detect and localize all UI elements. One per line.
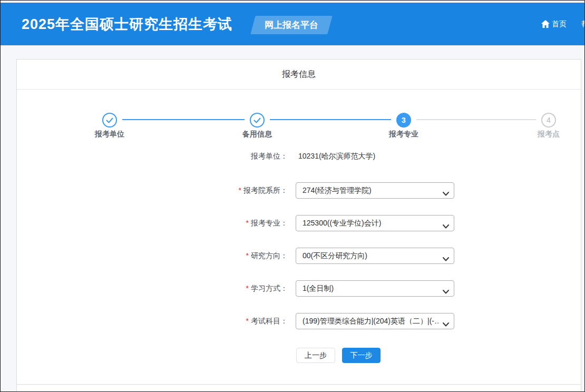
study-mode-label: *学习方式：: [17, 284, 288, 293]
exam-subjects-select[interactable]: (199)管理类综合能力|(204)英语（二）|(-…: [296, 313, 454, 329]
exam-subjects-label: *考试科目：: [17, 317, 288, 326]
chevron-down-icon: [443, 189, 449, 193]
chevron-down-icon: [443, 287, 449, 291]
field-row-research-direction: *研究方向： 00(不区分研究方向): [17, 248, 581, 264]
department-select[interactable]: 274(经济与管理学院): [296, 182, 454, 199]
field-row-study-mode: *学习方式： 1(全日制): [17, 280, 581, 297]
step-1-check-icon: [102, 113, 117, 128]
top-header: 2025年全国硕士研究生招生考试 网上报名平台 首页 帮: [1, 3, 584, 45]
major-select-value: 125300((专业学位)会计): [303, 219, 440, 228]
study-mode-select-value: 1(全日制): [303, 284, 440, 293]
step-3-label: 报考专业: [367, 130, 441, 139]
site-title: 2025年全国硕士研究生招生考试: [22, 15, 232, 34]
page-title: 报考信息: [17, 60, 581, 90]
step-connector-1: [122, 119, 245, 120]
major-select[interactable]: 125300((专业学位)会计): [296, 215, 454, 231]
research-direction-select[interactable]: 00(不区分研究方向): [296, 248, 454, 264]
nav-home[interactable]: 首页: [541, 19, 567, 29]
step-4-label: 报考点: [512, 130, 585, 139]
field-row-exam-subjects: *考试科目： (199)管理类综合能力|(204)英语（二）|(-…: [17, 313, 581, 329]
step-progress-bar: 报考单位 备用信息 3 报考专业 4 报考点: [17, 90, 581, 149]
department-select-value: 274(经济与管理学院): [303, 186, 440, 195]
step-3-number-badge: 3: [396, 113, 411, 128]
major-label: *报考专业：: [17, 219, 288, 228]
next-step-button[interactable]: 下一步: [342, 348, 381, 363]
required-asterisk: *: [246, 251, 249, 260]
unit-label: 报考单位：: [17, 152, 288, 161]
department-label: *报考院系所：: [17, 186, 288, 195]
study-mode-select[interactable]: 1(全日制): [296, 280, 454, 297]
required-asterisk: *: [246, 284, 249, 292]
platform-badge-label: 网上报名平台: [265, 19, 318, 31]
required-asterisk: *: [239, 186, 241, 194]
registration-card: 报考信息 报考单位 备用信息: [16, 59, 581, 392]
step-connector-3: [416, 119, 536, 120]
research-direction-label: *研究方向：: [17, 251, 288, 261]
nav-home-label: 首页: [552, 19, 567, 29]
field-row-major: *报考专业： 125300((专业学位)会计): [17, 215, 581, 231]
app-window: 2025年全国硕士研究生招生考试 网上报名平台 首页 帮 报考信息: [0, 0, 585, 392]
step-2-check-icon: [250, 113, 265, 128]
step-4-number-badge: 4: [541, 113, 556, 128]
prev-step-button[interactable]: 上一步: [296, 348, 335, 363]
required-asterisk: *: [246, 219, 249, 227]
required-asterisk: *: [246, 317, 249, 325]
chevron-down-icon: [443, 221, 449, 226]
step-1-label: 报考单位: [73, 130, 147, 139]
step-connector-2: [270, 119, 391, 120]
research-direction-select-value: 00(不区分研究方向): [303, 251, 440, 261]
unit-value: 10231(哈尔滨师范大学): [298, 152, 375, 161]
field-row-department: *报考院系所： 274(经济与管理学院): [17, 182, 581, 199]
chevron-down-icon: [443, 254, 449, 258]
main-area: 报考信息 报考单位 备用信息: [1, 45, 584, 391]
chevron-down-icon: [443, 319, 449, 324]
platform-badge: 网上报名平台: [250, 16, 332, 34]
unit-row: 报考单位： 10231(哈尔滨师范大学): [17, 151, 581, 162]
nav-partial-item[interactable]: 帮: [581, 19, 585, 29]
step-2-label: 备用信息: [220, 130, 294, 139]
exam-subjects-select-value: (199)管理类综合能力|(204)英语（二）|(-…: [303, 317, 440, 326]
home-icon: [541, 20, 550, 28]
card-footer-divider: [17, 384, 581, 385]
